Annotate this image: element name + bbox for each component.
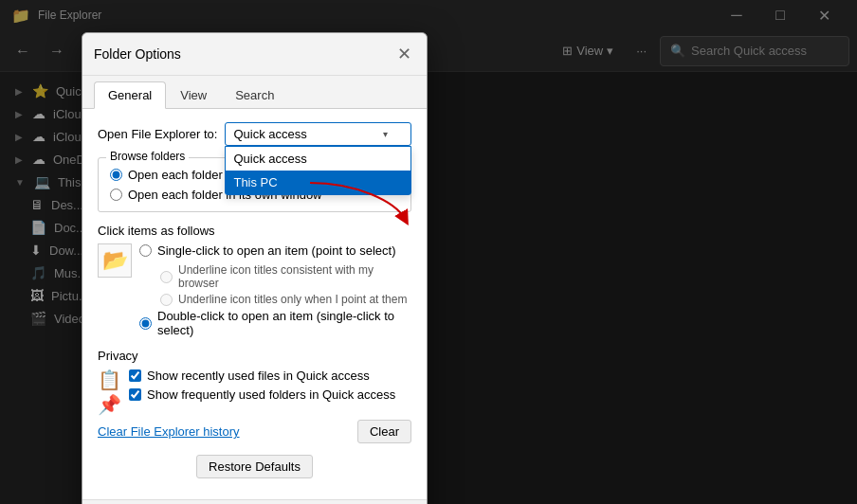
recent-files-icon: 📋: [98, 369, 121, 391]
dialog-tabs: General View Search: [82, 76, 427, 109]
open-file-field: Open File Explorer to: Quick access ▾ Qu…: [98, 122, 411, 146]
privacy-check1-row: Show recently used files in Quick access: [129, 369, 395, 383]
click-option2-row: Double-click to open an item (single-cli…: [139, 309, 411, 337]
tab-general[interactable]: General: [94, 81, 166, 109]
click-option1-label: Single-click to open an item (point to s…: [157, 243, 395, 258]
click-option1-row: Single-click to open an item (point to s…: [139, 243, 411, 258]
privacy-title: Privacy: [98, 349, 411, 363]
click-option1-radio[interactable]: [139, 244, 152, 257]
privacy-checkboxes: Show recently used files in Quick access…: [129, 369, 395, 406]
click-items-title: Click items as follows: [98, 224, 411, 238]
clear-history-link[interactable]: Clear File Explorer history: [98, 424, 240, 439]
click-sub2-row: Underline icon titles only when I point …: [160, 293, 411, 306]
dialog-title: Folder Options: [94, 46, 181, 62]
browse-option1-radio[interactable]: [110, 169, 122, 181]
browse-folders-legend: Browse folders: [106, 150, 189, 163]
click-sub2-label: Underline icon titles only when I point …: [178, 293, 407, 306]
clear-button[interactable]: Clear: [357, 420, 411, 443]
click-sub1-row: Underline icon titles consistent with my…: [160, 263, 411, 290]
privacy-actions: Clear File Explorer history Clear: [98, 420, 411, 443]
dropdown-item-this-pc[interactable]: This PC: [226, 171, 410, 194]
open-file-label: Open File Explorer to:: [98, 127, 217, 141]
frequent-folders-icon: 📌: [98, 393, 121, 416]
restore-defaults-row: Restore Defaults: [98, 455, 411, 478]
open-file-select-wrapper: Quick access ▾ Quick access This PC: [225, 122, 411, 146]
click-sub1-radio[interactable]: [160, 271, 173, 283]
click-option2-label: Double-click to open an item (single-cli…: [157, 309, 411, 337]
select-value: Quick access: [233, 127, 306, 141]
open-file-dropdown: Quick access This PC: [225, 146, 411, 195]
tab-view[interactable]: View: [166, 81, 221, 108]
privacy-check2-checkbox[interactable]: [129, 388, 141, 401]
click-sub1-label: Underline icon titles consistent with my…: [178, 263, 411, 290]
privacy-section: Privacy 📋 📌 Show recently used files in …: [98, 349, 411, 443]
click-option2-radio[interactable]: [139, 317, 152, 330]
click-sub2-radio[interactable]: [160, 294, 173, 306]
privacy-icons: 📋 📌: [98, 369, 121, 416]
dialog-footer: OK Cancel Apply: [82, 499, 427, 504]
privacy-check2-row: Show frequently used folders in Quick ac…: [129, 387, 395, 402]
dialog-title-bar: Folder Options ✕: [82, 33, 427, 76]
restore-defaults-button[interactable]: Restore Defaults: [196, 455, 313, 478]
browse-option2-radio[interactable]: [110, 189, 122, 201]
open-file-select[interactable]: Quick access ▾: [225, 122, 411, 146]
tab-search[interactable]: Search: [221, 81, 288, 108]
click-items-content: 📂 Single-click to open an item (point to…: [98, 243, 411, 337]
dialog-close-button[interactable]: ✕: [392, 43, 415, 65]
click-items-options: Single-click to open an item (point to s…: [139, 243, 411, 337]
folder-icon-preview: 📂: [98, 243, 132, 278]
folder-cursor-icon: 📂: [102, 248, 128, 273]
click-sub-options: Underline icon titles consistent with my…: [160, 263, 411, 306]
privacy-check1-checkbox[interactable]: [129, 369, 141, 382]
dropdown-item-quick-access[interactable]: Quick access: [226, 147, 410, 171]
folder-options-dialog: Folder Options ✕ General View Search Ope…: [82, 32, 428, 504]
privacy-check2-label: Show frequently used folders in Quick ac…: [147, 387, 395, 402]
chevron-down-icon: ▾: [383, 129, 388, 139]
click-items-section: Click items as follows 📂 Single-click to…: [98, 224, 411, 337]
privacy-check1-label: Show recently used files in Quick access: [147, 369, 370, 383]
dialog-body: Open File Explorer to: Quick access ▾ Qu…: [82, 109, 427, 499]
dialog-overlay: Folder Options ✕ General View Search Ope…: [0, 0, 857, 504]
